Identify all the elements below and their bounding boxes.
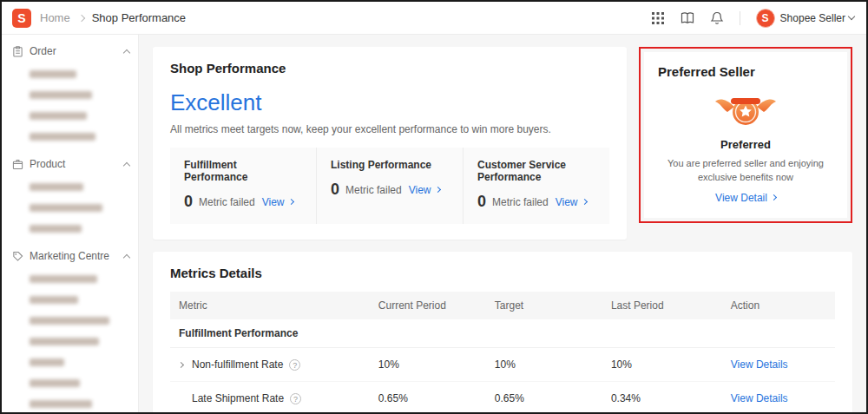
view-detail-link[interactable]: View Detail bbox=[658, 192, 833, 204]
notification-bell-icon[interactable] bbox=[710, 11, 724, 25]
apps-grid-icon[interactable] bbox=[651, 11, 665, 25]
topbar-divider bbox=[740, 11, 740, 25]
sidebar-section-order-header[interactable]: Order bbox=[12, 45, 129, 57]
view-details-link[interactable]: View Details bbox=[731, 358, 788, 371]
sidebar-item-redacted[interactable] bbox=[30, 379, 80, 387]
failed-count: 0 bbox=[477, 193, 486, 211]
marketing-tag-icon bbox=[12, 251, 23, 262]
sidebar-item-redacted[interactable] bbox=[30, 275, 97, 283]
view-link-label: View bbox=[556, 196, 578, 208]
metric-target: 10% bbox=[486, 348, 602, 382]
shop-performance-title: Shop Performance bbox=[170, 61, 609, 76]
metrics-details-title: Metrics Details bbox=[170, 266, 835, 280]
col-target: Target bbox=[486, 292, 602, 319]
red-annotation-box: Preferred Seller bbox=[639, 47, 852, 223]
section-label: Fulfillment Performance bbox=[170, 319, 835, 348]
sidebar-item-redacted[interactable] bbox=[30, 338, 99, 345]
failed-text: Metric failed bbox=[345, 184, 402, 196]
failed-text: Metric failed bbox=[199, 196, 255, 208]
sidebar-item-redacted[interactable] bbox=[30, 133, 95, 141]
chevron-up-icon bbox=[123, 161, 130, 168]
learning-book-icon[interactable] bbox=[681, 11, 694, 25]
view-details-link[interactable]: View Details bbox=[731, 392, 788, 404]
view-link-label: View bbox=[409, 184, 431, 196]
sidebar-item-redacted[interactable] bbox=[30, 91, 92, 99]
sidebar-item-redacted[interactable] bbox=[30, 358, 64, 366]
seller-avatar: S bbox=[756, 9, 775, 28]
seller-account-menu[interactable]: S Shopee Seller bbox=[756, 9, 854, 28]
table-header-row: Metric Current Period Target Last Period… bbox=[170, 292, 835, 319]
performance-rating: Excellent bbox=[170, 89, 609, 116]
performance-description: All metrics meet targets now, keep your … bbox=[170, 123, 609, 135]
badge-label: Preferred bbox=[658, 138, 833, 151]
sidebar-section-product: Product bbox=[12, 158, 129, 233]
metric-current: 0.65% bbox=[370, 382, 486, 413]
breadcrumb-separator-icon bbox=[77, 14, 84, 21]
performance-summary-strip: Fulfillment Performance 0 Metric failed … bbox=[170, 148, 609, 224]
preferred-seller-badge-icon bbox=[713, 91, 778, 133]
help-icon[interactable] bbox=[289, 359, 300, 371]
sidebar-section-label: Marketing Centre bbox=[30, 250, 109, 262]
sidebar-section-marketing-header[interactable]: Marketing Centre bbox=[12, 250, 129, 262]
topbar: S Home Shop Performance S Shope bbox=[2, 2, 866, 35]
table-row: Late Shipment Rate 0.65% 0.65% 0.34% Vie… bbox=[170, 382, 835, 413]
failed-text: Metric failed bbox=[492, 196, 549, 208]
chevron-up-icon bbox=[123, 49, 130, 56]
metric-last: 10% bbox=[602, 348, 722, 382]
sidebar-section-label: Order bbox=[30, 45, 56, 57]
chevron-right-icon bbox=[434, 187, 440, 193]
metric-current: 10% bbox=[370, 348, 486, 382]
order-clipboard-icon bbox=[12, 46, 23, 57]
summary-label: Listing Performance bbox=[331, 159, 449, 171]
col-metric: Metric bbox=[170, 292, 370, 319]
view-link[interactable]: View bbox=[556, 196, 587, 208]
breadcrumb-current: Shop Performance bbox=[92, 11, 186, 24]
app-window: S Home Shop Performance S Shope bbox=[0, 0, 868, 414]
chevron-right-icon bbox=[771, 194, 777, 200]
expand-chevron-icon[interactable] bbox=[178, 361, 184, 367]
shop-performance-card: Shop Performance Excellent All metrics m… bbox=[153, 47, 627, 240]
breadcrumb-home[interactable]: Home bbox=[40, 11, 70, 24]
chevron-up-icon bbox=[123, 253, 130, 260]
col-last-period: Last Period bbox=[602, 292, 722, 319]
sidebar-item-redacted[interactable] bbox=[30, 400, 92, 408]
col-current-period: Current Period bbox=[370, 292, 486, 319]
sidebar-section-order: Order bbox=[12, 45, 129, 141]
sidebar-item-redacted[interactable] bbox=[30, 296, 78, 304]
preferred-seller-description: You are preferred seller and enjoying ex… bbox=[659, 157, 832, 185]
col-action: Action bbox=[722, 292, 835, 319]
chevron-right-icon bbox=[581, 199, 587, 205]
summary-listing: Listing Performance 0 Metric failed View bbox=[316, 148, 463, 224]
main-content: Shop Performance Excellent All metrics m… bbox=[139, 35, 866, 412]
help-icon[interactable] bbox=[290, 393, 301, 404]
summary-customer-service: Customer Service Performance 0 Metric fa… bbox=[463, 148, 609, 224]
metrics-details-card: Metrics Details Metric Current Period Ta… bbox=[153, 252, 852, 412]
metric-name: Late Shipment Rate bbox=[192, 392, 284, 404]
view-link[interactable]: View bbox=[262, 196, 293, 208]
metric-last: 0.34% bbox=[602, 382, 722, 413]
summary-fulfillment: Fulfillment Performance 0 Metric failed … bbox=[170, 148, 316, 224]
sidebar-section-product-header[interactable]: Product bbox=[12, 158, 129, 170]
failed-count: 0 bbox=[331, 181, 339, 199]
sidebar-item-redacted[interactable] bbox=[30, 70, 76, 78]
chevron-down-icon bbox=[848, 13, 855, 20]
failed-count: 0 bbox=[184, 193, 193, 211]
view-detail-label: View Detail bbox=[715, 192, 767, 204]
chevron-right-icon bbox=[287, 199, 293, 205]
table-row: Non-fulfillment Rate 10% 10% 10% View De… bbox=[170, 348, 835, 382]
sidebar: Order Product bbox=[2, 35, 139, 412]
shopee-logo[interactable]: S bbox=[12, 9, 31, 28]
sidebar-item-redacted[interactable] bbox=[30, 225, 82, 233]
seller-name: Shopee Seller bbox=[780, 12, 845, 24]
sidebar-item-redacted[interactable] bbox=[30, 183, 83, 191]
product-box-icon bbox=[12, 159, 23, 170]
sidebar-item-redacted[interactable] bbox=[30, 204, 102, 212]
sidebar-item-redacted[interactable] bbox=[30, 112, 87, 120]
summary-label: Fulfillment Performance bbox=[184, 159, 302, 183]
sidebar-item-redacted[interactable] bbox=[30, 317, 109, 325]
summary-label: Customer Service Performance bbox=[477, 159, 595, 183]
view-link-label: View bbox=[262, 196, 285, 208]
preferred-seller-title: Preferred Seller bbox=[658, 64, 833, 79]
sidebar-section-label: Product bbox=[30, 158, 65, 170]
view-link[interactable]: View bbox=[409, 184, 440, 196]
